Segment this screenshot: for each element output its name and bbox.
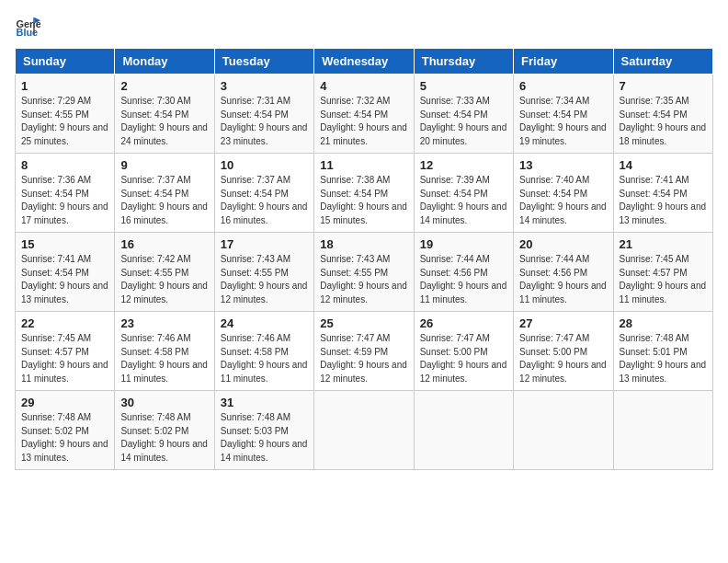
day-number: 7 <box>620 79 707 93</box>
calendar-cell: 16Sunrise: 7:42 AMSunset: 4:55 PMDayligh… <box>115 233 214 312</box>
day-number: 8 <box>21 158 108 172</box>
calendar-cell: 11Sunrise: 7:38 AMSunset: 4:54 PMDayligh… <box>314 154 414 233</box>
day-info: Sunrise: 7:47 AMSunset: 5:00 PMDaylight:… <box>420 332 507 385</box>
day-info: Sunrise: 7:30 AMSunset: 4:54 PMDaylight:… <box>120 95 208 148</box>
calendar-cell <box>414 391 513 470</box>
calendar-cell: 29Sunrise: 7:48 AMSunset: 5:02 PMDayligh… <box>16 391 115 470</box>
day-info: Sunrise: 7:36 AMSunset: 4:54 PMDaylight:… <box>21 174 108 227</box>
day-info: Sunrise: 7:39 AMSunset: 4:54 PMDaylight:… <box>420 174 507 227</box>
page-header: General Blue <box>15 15 713 40</box>
calendar-cell: 25Sunrise: 7:47 AMSunset: 4:59 PMDayligh… <box>314 312 414 391</box>
day-info: Sunrise: 7:33 AMSunset: 4:54 PMDaylight:… <box>420 95 507 148</box>
day-number: 21 <box>620 237 707 251</box>
day-info: Sunrise: 7:40 AMSunset: 4:54 PMDaylight:… <box>519 174 607 227</box>
day-header-friday: Friday <box>514 49 613 75</box>
calendar-cell: 24Sunrise: 7:46 AMSunset: 4:58 PMDayligh… <box>214 312 313 391</box>
day-number: 23 <box>120 316 208 330</box>
calendar-cell <box>613 391 712 470</box>
calendar-cell: 22Sunrise: 7:45 AMSunset: 4:57 PMDayligh… <box>16 312 115 391</box>
calendar-cell: 1Sunrise: 7:29 AMSunset: 4:55 PMDaylight… <box>16 75 115 154</box>
day-number: 2 <box>120 79 208 93</box>
day-number: 10 <box>221 158 308 172</box>
calendar-cell: 4Sunrise: 7:32 AMSunset: 4:54 PMDaylight… <box>314 75 414 154</box>
day-header-thursday: Thursday <box>414 49 513 75</box>
calendar-cell: 13Sunrise: 7:40 AMSunset: 4:54 PMDayligh… <box>514 154 613 233</box>
svg-rect-3 <box>33 17 35 35</box>
calendar-cell: 18Sunrise: 7:43 AMSunset: 4:55 PMDayligh… <box>314 233 414 312</box>
day-number: 5 <box>420 79 507 93</box>
day-number: 9 <box>120 158 208 172</box>
day-number: 1 <box>21 79 108 93</box>
calendar-cell: 28Sunrise: 7:48 AMSunset: 5:01 PMDayligh… <box>613 312 712 391</box>
day-info: Sunrise: 7:47 AMSunset: 5:00 PMDaylight:… <box>519 332 607 385</box>
day-number: 17 <box>221 237 308 251</box>
calendar-cell <box>314 391 414 470</box>
calendar-cell: 23Sunrise: 7:46 AMSunset: 4:58 PMDayligh… <box>115 312 214 391</box>
logo-icon: General Blue <box>15 15 40 40</box>
calendar-cell: 3Sunrise: 7:31 AMSunset: 4:54 PMDaylight… <box>214 75 313 154</box>
day-info: Sunrise: 7:46 AMSunset: 4:58 PMDaylight:… <box>221 332 308 385</box>
day-number: 27 <box>519 316 607 330</box>
day-number: 11 <box>320 158 407 172</box>
day-info: Sunrise: 7:41 AMSunset: 4:54 PMDaylight:… <box>620 174 707 227</box>
day-info: Sunrise: 7:34 AMSunset: 4:54 PMDaylight:… <box>519 95 607 148</box>
day-info: Sunrise: 7:43 AMSunset: 4:55 PMDaylight:… <box>221 253 308 306</box>
day-number: 3 <box>221 79 308 93</box>
calendar: SundayMondayTuesdayWednesdayThursdayFrid… <box>15 48 713 470</box>
day-number: 20 <box>519 237 607 251</box>
day-info: Sunrise: 7:48 AMSunset: 5:03 PMDaylight:… <box>221 411 308 465</box>
day-number: 14 <box>620 158 707 172</box>
day-info: Sunrise: 7:46 AMSunset: 4:58 PMDaylight:… <box>120 332 208 385</box>
day-info: Sunrise: 7:37 AMSunset: 4:54 PMDaylight:… <box>221 174 308 227</box>
calendar-cell: 19Sunrise: 7:44 AMSunset: 4:56 PMDayligh… <box>414 233 513 312</box>
day-number: 4 <box>320 79 407 93</box>
calendar-cell: 20Sunrise: 7:44 AMSunset: 4:56 PMDayligh… <box>514 233 613 312</box>
day-info: Sunrise: 7:45 AMSunset: 4:57 PMDaylight:… <box>620 253 707 306</box>
day-info: Sunrise: 7:48 AMSunset: 5:02 PMDaylight:… <box>120 411 208 465</box>
calendar-cell: 31Sunrise: 7:48 AMSunset: 5:03 PMDayligh… <box>214 391 313 470</box>
day-info: Sunrise: 7:45 AMSunset: 4:57 PMDaylight:… <box>21 332 108 385</box>
logo: General Blue <box>15 15 44 40</box>
day-number: 12 <box>420 158 507 172</box>
day-number: 18 <box>320 237 407 251</box>
day-number: 31 <box>221 396 308 409</box>
day-info: Sunrise: 7:43 AMSunset: 4:55 PMDaylight:… <box>320 253 407 306</box>
calendar-cell: 9Sunrise: 7:37 AMSunset: 4:54 PMDaylight… <box>115 154 214 233</box>
day-info: Sunrise: 7:41 AMSunset: 4:54 PMDaylight:… <box>21 253 108 306</box>
day-header-wednesday: Wednesday <box>314 49 414 75</box>
day-number: 6 <box>519 79 607 93</box>
day-info: Sunrise: 7:48 AMSunset: 5:01 PMDaylight:… <box>620 332 707 385</box>
calendar-cell: 12Sunrise: 7:39 AMSunset: 4:54 PMDayligh… <box>414 154 513 233</box>
day-header-saturday: Saturday <box>613 49 712 75</box>
day-info: Sunrise: 7:42 AMSunset: 4:55 PMDaylight:… <box>120 253 208 306</box>
day-number: 26 <box>420 316 507 330</box>
calendar-cell: 10Sunrise: 7:37 AMSunset: 4:54 PMDayligh… <box>214 154 313 233</box>
calendar-cell: 21Sunrise: 7:45 AMSunset: 4:57 PMDayligh… <box>613 233 712 312</box>
day-number: 13 <box>519 158 607 172</box>
calendar-header-row: SundayMondayTuesdayWednesdayThursdayFrid… <box>16 49 713 75</box>
day-number: 30 <box>120 396 208 409</box>
day-number: 16 <box>120 237 208 251</box>
calendar-cell: 17Sunrise: 7:43 AMSunset: 4:55 PMDayligh… <box>214 233 313 312</box>
calendar-cell: 8Sunrise: 7:36 AMSunset: 4:54 PMDaylight… <box>16 154 115 233</box>
day-header-monday: Monday <box>115 49 214 75</box>
calendar-cell: 27Sunrise: 7:47 AMSunset: 5:00 PMDayligh… <box>514 312 613 391</box>
day-number: 25 <box>320 316 407 330</box>
day-info: Sunrise: 7:38 AMSunset: 4:54 PMDaylight:… <box>320 174 407 227</box>
day-info: Sunrise: 7:37 AMSunset: 4:54 PMDaylight:… <box>120 174 208 227</box>
calendar-cell: 26Sunrise: 7:47 AMSunset: 5:00 PMDayligh… <box>414 312 513 391</box>
day-header-sunday: Sunday <box>16 49 115 75</box>
calendar-cell: 30Sunrise: 7:48 AMSunset: 5:02 PMDayligh… <box>115 391 214 470</box>
day-info: Sunrise: 7:29 AMSunset: 4:55 PMDaylight:… <box>21 95 108 148</box>
calendar-cell <box>514 391 613 470</box>
week-row-1: 1Sunrise: 7:29 AMSunset: 4:55 PMDaylight… <box>16 75 713 154</box>
calendar-cell: 14Sunrise: 7:41 AMSunset: 4:54 PMDayligh… <box>613 154 712 233</box>
week-row-3: 15Sunrise: 7:41 AMSunset: 4:54 PMDayligh… <box>16 233 713 312</box>
week-row-4: 22Sunrise: 7:45 AMSunset: 4:57 PMDayligh… <box>16 312 713 391</box>
day-number: 29 <box>21 396 108 409</box>
calendar-cell: 6Sunrise: 7:34 AMSunset: 4:54 PMDaylight… <box>514 75 613 154</box>
calendar-cell: 5Sunrise: 7:33 AMSunset: 4:54 PMDaylight… <box>414 75 513 154</box>
day-number: 15 <box>21 237 108 251</box>
day-info: Sunrise: 7:44 AMSunset: 4:56 PMDaylight:… <box>519 253 607 306</box>
day-info: Sunrise: 7:47 AMSunset: 4:59 PMDaylight:… <box>320 332 407 385</box>
